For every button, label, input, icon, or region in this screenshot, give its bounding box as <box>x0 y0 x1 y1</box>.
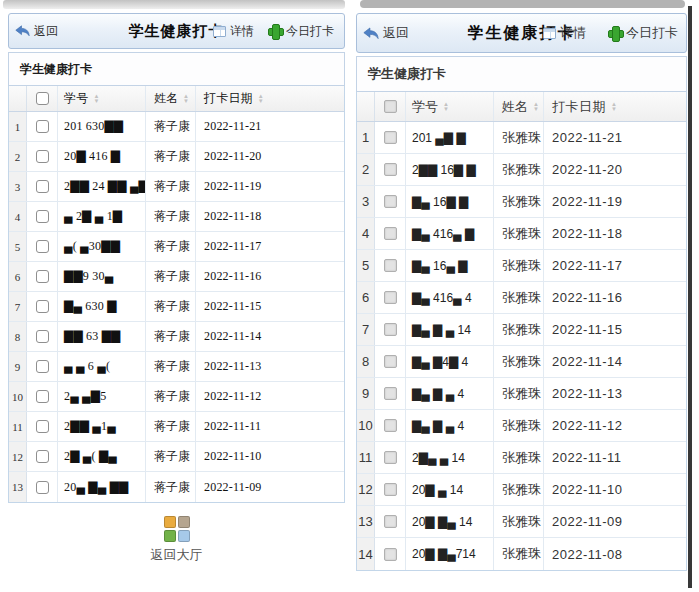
table-header-row: 学号 姓名 打卡日期 <box>357 92 686 122</box>
row-number: 2 <box>9 142 27 171</box>
row-checkbox[interactable] <box>384 515 397 528</box>
student-name-cell: 张雅珠 <box>494 154 544 185</box>
row-checkbox[interactable] <box>384 419 397 432</box>
back-button[interactable]: 返回 <box>15 23 58 40</box>
checkin-date-cell: 2022-11-08 <box>544 538 686 570</box>
row-checkbox[interactable] <box>384 387 397 400</box>
select-all-checkbox[interactable] <box>36 92 49 105</box>
row-checkbox[interactable] <box>36 420 49 433</box>
return-hall-button[interactable]: 返回大厅 <box>151 516 203 564</box>
checkin-date-cell: 2022-11-20 <box>196 142 344 171</box>
row-checkbox[interactable] <box>384 323 397 336</box>
hall-icon-tan <box>178 516 190 528</box>
column-header-name[interactable]: 姓名 <box>146 86 196 111</box>
student-name-cell: 张雅珠 <box>494 314 544 345</box>
sort-arrows-icon[interactable] <box>258 94 264 104</box>
student-id-cell: ▇▄ 416▄ 4 <box>406 282 494 313</box>
row-checkbox[interactable] <box>36 270 49 283</box>
select-all-cell <box>375 92 406 121</box>
checkin-date-cell: 2022-11-14 <box>196 322 344 351</box>
back-button[interactable]: 返回 <box>363 24 409 42</box>
section-subheader: 学生健康打卡 <box>8 52 345 86</box>
row-checkbox-cell <box>375 538 406 570</box>
table-row: 11 2▇▄ ▄ 14 张雅珠 2022-11-11 <box>357 442 686 474</box>
column-header-student-id[interactable]: 学号 <box>406 92 494 121</box>
row-checkbox[interactable] <box>36 390 49 403</box>
sort-arrows-icon[interactable] <box>93 94 99 104</box>
table-row: 2 2▇▇ 16▇ ▇ 张雅珠 2022-11-20 <box>357 154 686 186</box>
row-checkbox-cell <box>375 154 406 185</box>
row-checkbox[interactable] <box>384 163 397 176</box>
row-checkbox[interactable] <box>384 548 397 561</box>
row-checkbox-cell <box>27 472 58 502</box>
sort-arrows-icon[interactable] <box>533 102 539 112</box>
today-checkin-button[interactable]: 今日打卡 <box>268 23 334 40</box>
column-header-date[interactable]: 打卡日期 <box>544 92 686 121</box>
row-checkbox-cell <box>27 142 58 171</box>
row-checkbox[interactable] <box>384 227 397 240</box>
row-checkbox[interactable] <box>36 180 49 193</box>
student-name-cell: 张雅珠 <box>494 186 544 217</box>
student-id-cell: ▇▇9 30▄ <box>58 262 146 291</box>
student-name-cell: 张雅珠 <box>494 122 544 153</box>
checkin-date-cell: 2022-11-18 <box>196 202 344 231</box>
table-row: 2 20▇ 416 ▇ 蒋子康 2022-11-20 <box>9 142 344 172</box>
row-checkbox[interactable] <box>36 150 49 163</box>
student-id-cell: ▄ 2▇ ▄ 1▇ <box>58 202 146 231</box>
checkin-table: 学号 姓名 打卡日期 1 <box>356 92 687 571</box>
table-row: 13 20▇ ▇▄ 14 张雅珠 2022-11-09 <box>357 506 686 538</box>
column-header-date[interactable]: 打卡日期 <box>196 86 344 111</box>
row-checkbox[interactable] <box>36 120 49 133</box>
column-header-student-id[interactable]: 学号 <box>58 86 146 111</box>
table-row: 5 ▄( ▄30▇▇ 蒋子康 2022-11-17 <box>9 232 344 262</box>
row-checkbox[interactable] <box>36 450 49 463</box>
details-button[interactable]: 详情 <box>543 24 586 42</box>
row-number: 9 <box>357 378 375 409</box>
row-checkbox-cell <box>375 378 406 409</box>
row-checkbox[interactable] <box>36 360 49 373</box>
row-checkbox[interactable] <box>36 300 49 313</box>
section-subheader: 学生健康打卡 <box>356 56 687 92</box>
today-checkin-label: 今日打卡 <box>286 23 334 40</box>
row-checkbox[interactable] <box>384 291 397 304</box>
details-button-label: 详情 <box>560 24 586 42</box>
checkin-date-cell: 2022-11-11 <box>196 412 344 441</box>
table-row: 4 ▄ 2▇ ▄ 1▇ 蒋子康 2022-11-18 <box>9 202 344 232</box>
row-checkbox[interactable] <box>384 451 397 464</box>
select-all-cell <box>27 86 58 111</box>
student-id-cell: 2▇▇ 16▇ ▇ <box>406 154 494 185</box>
row-checkbox[interactable] <box>36 481 49 494</box>
row-checkbox[interactable] <box>36 210 49 223</box>
student-id-cell: ▇▄ 16▄ ▇ <box>406 250 494 281</box>
row-checkbox-cell <box>375 186 406 217</box>
table-row: 9 ▄ ▄ 6 ▄( 蒋子康 2022-11-13 <box>9 352 344 382</box>
row-checkbox-cell <box>27 292 58 321</box>
row-checkbox[interactable] <box>384 355 397 368</box>
row-checkbox[interactable] <box>384 483 397 496</box>
details-button[interactable]: 详情 <box>213 23 254 40</box>
sort-arrows-icon[interactable] <box>611 102 617 112</box>
row-checkbox[interactable] <box>384 195 397 208</box>
student-id-cell: 20▇ 416 ▇ <box>58 142 146 171</box>
back-arrow-icon <box>15 25 30 37</box>
top-strip-left <box>3 0 345 9</box>
row-checkbox[interactable] <box>36 330 49 343</box>
student-name-cell: 蒋子康 <box>146 472 196 502</box>
row-checkbox-cell <box>27 202 58 231</box>
student-name-cell: 张雅珠 <box>494 410 544 441</box>
table-row: 14 20▇ ▇▄714 张雅珠 2022-11-08 <box>357 538 686 570</box>
row-number: 12 <box>9 442 27 471</box>
row-number-header <box>9 86 27 111</box>
select-all-checkbox[interactable] <box>384 100 397 113</box>
checkin-date-cell: 2022-11-10 <box>196 442 344 471</box>
row-checkbox[interactable] <box>384 131 397 144</box>
row-checkbox[interactable] <box>36 240 49 253</box>
row-checkbox[interactable] <box>384 259 397 272</box>
table-row: 10 2▄ ▄▇5 蒋子康 2022-11-12 <box>9 382 344 412</box>
row-number: 11 <box>9 412 27 441</box>
sort-arrows-icon[interactable] <box>443 102 449 112</box>
sort-arrows-icon[interactable] <box>183 94 189 104</box>
student-name-cell: 张雅珠 <box>494 378 544 409</box>
column-header-name[interactable]: 姓名 <box>494 92 544 121</box>
today-checkin-button[interactable]: 今日打卡 <box>608 24 678 42</box>
